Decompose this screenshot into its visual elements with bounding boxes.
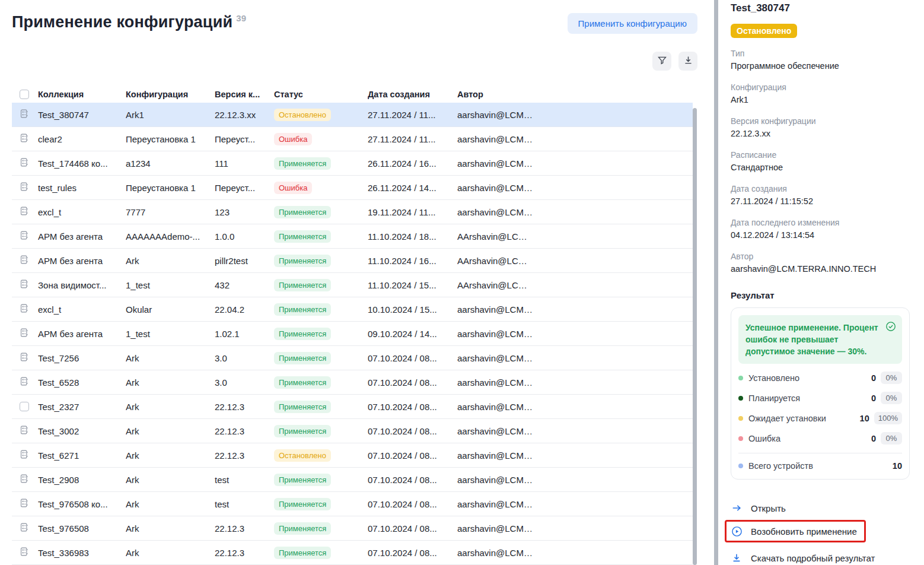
table-row[interactable]: Test_380747 Ark1 22.12.3.xx Остановлено …: [12, 103, 693, 127]
row-leading[interactable]: [20, 449, 38, 461]
column-header-configuration[interactable]: Конфигурация: [126, 90, 215, 99]
cell-date: 07.10.2024 / 08...: [368, 377, 457, 388]
open-action[interactable]: Открыть: [731, 499, 910, 518]
cell-author: aarshavin@LCM....: [457, 353, 539, 363]
cell-collection: Test_380747: [38, 110, 126, 120]
row-leading[interactable]: [20, 206, 38, 218]
cell-author: aarshavin@LCM....: [457, 450, 539, 461]
panel-field: Версия конфигурации 22.12.3.xx: [731, 116, 910, 139]
cell-status: Применяется: [274, 547, 368, 559]
cell-version: 1.02.1: [215, 329, 274, 339]
field-label: Автор: [731, 251, 910, 262]
filter-button[interactable]: [652, 52, 671, 71]
cell-author: aarshavin@LCM....: [457, 475, 539, 485]
result-stat-row: Установлено 0 0%: [738, 372, 902, 384]
row-leading[interactable]: [20, 474, 38, 485]
apply-configuration-button[interactable]: Применить конфигурацию: [568, 13, 697, 34]
table-row[interactable]: Test_2908 Ark test Применяется 07.10.202…: [12, 468, 693, 492]
cell-version: 22.12.3: [215, 450, 274, 461]
row-leading[interactable]: [20, 425, 38, 437]
row-checkbox[interactable]: [20, 402, 29, 411]
cell-author: AArshavin@LCM...: [457, 256, 539, 266]
cell-configuration: Ark: [126, 548, 215, 558]
row-leading[interactable]: [20, 157, 38, 169]
row-leading[interactable]: [20, 328, 38, 339]
collection-icon: [20, 230, 30, 242]
cell-configuration: Ark: [126, 402, 215, 412]
main-area: Применение конфигураций39 Применить конф…: [0, 0, 714, 565]
table-row[interactable]: Test_2327 Ark 22.12.3 Применяется 07.10.…: [12, 395, 693, 419]
row-leading[interactable]: [20, 182, 38, 193]
cell-version: 3.0: [215, 353, 274, 363]
table-row[interactable]: Test_976508 Ark 22.12.3 Применяется 07.1…: [12, 516, 693, 541]
column-header-version[interactable]: Версия к...: [215, 90, 274, 99]
stat-percent-chip: 0%: [881, 432, 902, 445]
cell-status: Применяется: [274, 474, 368, 486]
table-row[interactable]: excl_t 7777 123 Применяется 19.11.2024 /…: [12, 200, 693, 224]
cell-date: 11.10.2024 / 18...: [368, 231, 457, 242]
cell-status: Применяется: [274, 401, 368, 413]
row-leading[interactable]: [20, 133, 38, 145]
cell-configuration: Ark: [126, 353, 215, 363]
row-leading[interactable]: [20, 109, 38, 120]
table-row[interactable]: clear2 Переустановка 1 Переуст... Ошибка…: [12, 127, 693, 151]
table-toolbar: [0, 34, 714, 71]
row-leading[interactable]: [20, 498, 38, 510]
status-badge: Применяется: [274, 230, 331, 243]
row-leading[interactable]: [20, 402, 38, 411]
table-row[interactable]: Test_6271 Ark 22.12.3 Остановлено 07.10.…: [12, 443, 693, 468]
cell-author: aarshavin@LCM....: [457, 499, 539, 509]
table-vertical-scrollbar[interactable]: [693, 108, 697, 565]
row-leading[interactable]: [20, 303, 38, 315]
column-header-collection[interactable]: Коллекция: [38, 90, 126, 99]
panel-field: Тип Программное обеспечение: [731, 48, 910, 72]
collection-icon: [20, 133, 30, 145]
row-leading[interactable]: [20, 279, 38, 291]
export-button[interactable]: [678, 52, 697, 71]
column-header-status[interactable]: Статус: [274, 90, 368, 99]
table-row[interactable]: АРМ без агента 1_test 1.02.1 Применяется…: [12, 322, 693, 346]
row-leading[interactable]: [20, 376, 38, 388]
cell-collection: Зона видимост...: [38, 280, 126, 290]
cell-version: 1.0.0: [215, 231, 274, 242]
result-stat-row: Планируется 0 0%: [738, 392, 902, 404]
cell-configuration: 7777: [126, 207, 215, 217]
row-leading[interactable]: [20, 522, 38, 534]
table-row[interactable]: Test_174468 ко... a1234 111 Применяется …: [12, 151, 693, 176]
row-leading[interactable]: [20, 352, 38, 364]
cell-collection: Test_976508: [38, 523, 126, 534]
field-value: 27.11.2024 / 11:15:52: [731, 195, 910, 207]
cell-date: 11.10.2024 / 15...: [368, 280, 457, 290]
row-leading[interactable]: [20, 255, 38, 266]
column-header-created[interactable]: Дата создания: [368, 90, 457, 99]
table-row[interactable]: Test_976508 ко... Ark test Применяется 0…: [12, 492, 693, 516]
configurations-table: Коллекция Конфигурация Версия к... Стату…: [12, 86, 693, 565]
cell-configuration: Ark1: [126, 110, 215, 120]
select-all-checkbox[interactable]: [20, 90, 38, 99]
table-row[interactable]: Test_7256 Ark 3.0 Применяется 07.10.2024…: [12, 346, 693, 370]
cell-status: Применяется: [274, 255, 368, 267]
status-badge: Применяется: [274, 206, 331, 218]
table-row[interactable]: АРМ без агента Ark pillr2test Применяетс…: [12, 249, 693, 273]
table-row[interactable]: Test_336983 Ark 22.12.3 Применяется 07.1…: [12, 541, 693, 565]
table-row[interactable]: АРМ без агента AAAAAAAdemo-... 1.0.0 При…: [12, 224, 693, 249]
result-stats: Установлено 0 0% Планируется 0 0% Ожидае…: [738, 372, 902, 445]
status-badge: Применяется: [274, 547, 331, 559]
table-row[interactable]: Test_3002 Ark 22.12.3 Применяется 07.10.…: [12, 419, 693, 443]
column-header-author[interactable]: Автор: [457, 90, 539, 99]
checkbox-icon: [20, 90, 29, 99]
resume-action[interactable]: Возобновить применение: [731, 524, 857, 538]
table-row[interactable]: Зона видимост... 1_test 432 Применяется …: [12, 273, 693, 297]
cell-author: aarshavin@LCM....: [457, 523, 539, 534]
table-row[interactable]: excl_t Okular 22.04.2 Применяется 10.10.…: [12, 297, 693, 322]
row-leading[interactable]: [20, 547, 38, 558]
table-row[interactable]: Test_6528 Ark 3.0 Применяется 07.10.2024…: [12, 370, 693, 395]
panel-scrollbar[interactable]: [714, 0, 718, 565]
field-value: Ark1: [731, 94, 910, 106]
table-row[interactable]: test_rules Переустановка 1 Переуст... Ош…: [12, 176, 693, 200]
row-leading[interactable]: [20, 230, 38, 242]
cell-author: aarshavin@LCM....: [457, 377, 539, 388]
cell-status: Применяется: [274, 230, 368, 243]
download-result-action[interactable]: Скачать подробный результат: [731, 548, 910, 565]
cell-author: aarshavin@LCM....: [457, 158, 539, 169]
